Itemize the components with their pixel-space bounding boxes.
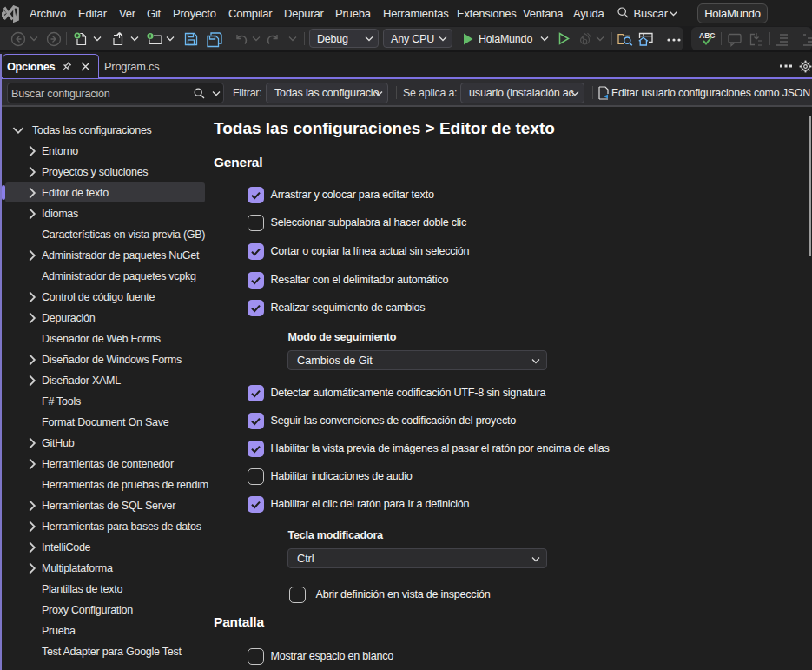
svg-text:ABC: ABC: [699, 31, 715, 40]
